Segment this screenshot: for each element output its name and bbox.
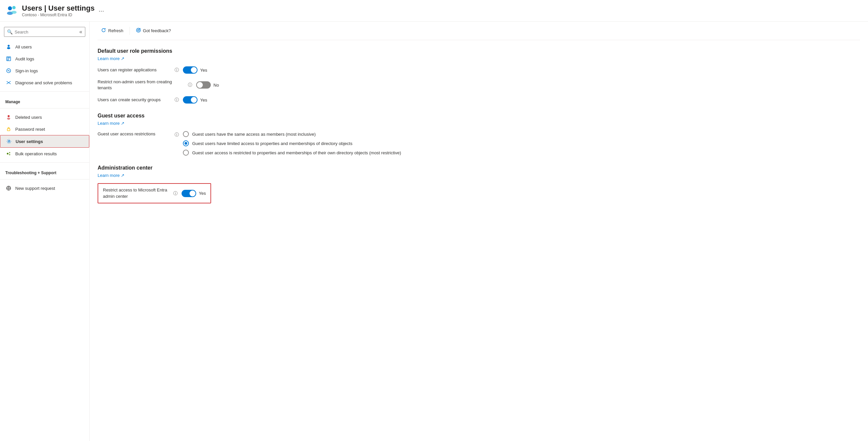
sidebar-item-deleted-users[interactable]: Deleted users xyxy=(0,111,89,123)
signin-icon xyxy=(5,67,12,74)
sidebar: 🔍 « All users Audit logs Sign-in logs xyxy=(0,22,90,441)
sidebar-divider-1 xyxy=(0,91,89,92)
sidebar-item-bulk-results[interactable]: Bulk operation results xyxy=(0,148,89,160)
toggle-knob xyxy=(191,97,197,103)
refresh-label: Refresh xyxy=(108,28,123,33)
toggle-restrict-admin[interactable] xyxy=(182,190,196,197)
toolbar: Refresh Got feedback? xyxy=(98,22,860,40)
sidebar-item-audit-logs[interactable]: Audit logs xyxy=(0,53,89,65)
svg-rect-7 xyxy=(7,57,10,58)
password-icon xyxy=(5,126,12,132)
section-default-permissions: Default user role permissions Learn more… xyxy=(98,48,860,103)
feedback-icon xyxy=(136,28,141,34)
setting-row-restrict-tenants: Restrict non-admin users from creating t… xyxy=(98,79,860,91)
sidebar-label-sign-in-logs: Sign-in logs xyxy=(15,68,38,73)
info-icon-register-apps[interactable]: ⓘ xyxy=(175,67,179,73)
support-icon xyxy=(5,185,12,191)
more-options-button[interactable]: ··· xyxy=(99,7,104,14)
learn-more-admin-center[interactable]: Learn more ↗ xyxy=(98,173,860,178)
setting-control-security-groups: Yes xyxy=(183,96,207,103)
external-link-icon: ↗ xyxy=(121,56,124,61)
toggle-restrict-tenants[interactable] xyxy=(196,81,211,89)
sidebar-label-new-support: New support request xyxy=(15,186,55,191)
radio-limited-access[interactable]: Guest users have limited access to prope… xyxy=(183,140,401,146)
main-content: Refresh Got feedback? Default user role … xyxy=(90,22,868,441)
radio-same-access[interactable]: Guest users have the same access as memb… xyxy=(183,131,401,137)
feedback-button[interactable]: Got feedback? xyxy=(132,26,175,36)
section-title-default-permissions: Default user role permissions xyxy=(98,48,860,54)
setting-row-register-apps: Users can register applications ⓘ Yes xyxy=(98,66,860,74)
sidebar-item-sign-in-logs[interactable]: Sign-in logs xyxy=(0,65,89,77)
highlighted-setting-admin-center: Restrict access to Microsoft Entra admin… xyxy=(98,183,211,203)
sidebar-label-bulk-results: Bulk operation results xyxy=(15,151,57,156)
svg-rect-16 xyxy=(7,129,10,131)
radio-circle-same xyxy=(183,131,189,137)
sidebar-item-password-reset[interactable]: Password reset xyxy=(0,123,89,135)
collapse-icon[interactable]: « xyxy=(79,29,82,35)
setting-label-guest-access: Guest user access restrictions xyxy=(98,131,170,137)
external-link-icon-3: ↗ xyxy=(121,173,124,178)
learn-more-guest-access[interactable]: Learn more ↗ xyxy=(98,121,860,126)
sidebar-label-diagnose: Diagnose and solve problems xyxy=(15,80,72,85)
svg-point-3 xyxy=(11,11,17,14)
toggle-knob xyxy=(197,82,203,88)
sidebar-divider-3 xyxy=(0,162,89,163)
toolbar-divider xyxy=(129,27,130,35)
setting-row-security-groups: Users can create security groups ⓘ Yes xyxy=(98,96,860,103)
toggle-security-groups[interactable] xyxy=(183,96,197,103)
toggle-knob xyxy=(191,67,197,73)
sidebar-divider-4 xyxy=(0,179,89,180)
section-guest-access: Guest user access Learn more ↗ Guest use… xyxy=(98,113,860,156)
svg-point-28 xyxy=(137,30,139,31)
sidebar-item-all-users[interactable]: All users xyxy=(0,41,89,53)
person-icon xyxy=(5,43,12,50)
radio-label-restricted: Guest user access is restricted to prope… xyxy=(192,150,401,155)
svg-point-0 xyxy=(8,6,12,10)
setting-label-restrict-tenants: Restrict non-admin users from creating t… xyxy=(98,79,184,91)
search-input[interactable] xyxy=(14,30,77,34)
setting-label-restrict-admin: Restrict access to Microsoft Entra admin… xyxy=(103,187,169,199)
sidebar-item-new-support[interactable]: New support request xyxy=(0,182,89,194)
learn-more-default-permissions[interactable]: Learn more ↗ xyxy=(98,56,860,61)
svg-point-15 xyxy=(7,118,10,120)
sidebar-item-diagnose[interactable]: Diagnose and solve problems xyxy=(0,77,89,89)
toggle-value-security-groups: Yes xyxy=(200,98,207,102)
setting-label-security-groups: Users can create security groups xyxy=(98,97,170,103)
sidebar-label-user-settings: User settings xyxy=(16,139,43,144)
sidebar-item-user-settings[interactable]: User settings xyxy=(0,135,89,148)
radio-label-same: Guest users have the same access as memb… xyxy=(192,132,316,137)
toggle-value-restrict-tenants: No xyxy=(213,83,219,88)
toggle-value-restrict-admin: Yes xyxy=(199,191,206,196)
section-admin-center: Administration center Learn more ↗ Restr… xyxy=(98,165,860,203)
radio-circle-limited xyxy=(183,140,189,146)
page-header: Users | User settings Contoso - Microsof… xyxy=(0,0,868,22)
svg-point-5 xyxy=(7,47,10,49)
setting-control-restrict-admin: Yes xyxy=(182,190,206,197)
svg-point-13 xyxy=(8,115,10,117)
info-icon-security-groups[interactable]: ⓘ xyxy=(175,97,179,103)
setting-label-register-apps: Users can register applications xyxy=(98,67,170,73)
deleted-icon xyxy=(5,114,12,121)
refresh-button[interactable]: Refresh xyxy=(98,26,127,36)
sidebar-divider-2 xyxy=(0,108,89,108)
app-icon xyxy=(5,4,19,17)
info-icon-restrict-admin[interactable]: ⓘ xyxy=(173,190,178,196)
section-title-admin-center: Administration center xyxy=(98,165,860,171)
info-icon-guest-access[interactable]: ⓘ xyxy=(175,132,179,138)
external-link-icon-2: ↗ xyxy=(121,121,124,126)
sidebar-manage-label: Manage xyxy=(0,94,89,105)
search-box[interactable]: 🔍 « xyxy=(4,27,85,37)
radio-restricted-access[interactable]: Guest user access is restricted to prope… xyxy=(183,150,401,156)
sidebar-support-label: Troubleshooting + Support xyxy=(0,165,89,177)
setting-control-restrict-tenants: No xyxy=(196,81,219,89)
settings-icon xyxy=(6,138,12,145)
svg-point-2 xyxy=(12,6,16,9)
sidebar-label-audit-logs: Audit logs xyxy=(15,56,34,61)
diagnose-icon xyxy=(5,79,12,86)
bulk-icon xyxy=(5,150,12,157)
info-icon-restrict-tenants[interactable]: ⓘ xyxy=(188,82,192,88)
section-title-guest-access: Guest user access xyxy=(98,113,860,119)
setting-row-guest-access: Guest user access restrictions ⓘ Guest u… xyxy=(98,131,860,156)
toggle-register-apps[interactable] xyxy=(183,66,197,74)
feedback-label: Got feedback? xyxy=(143,28,171,33)
